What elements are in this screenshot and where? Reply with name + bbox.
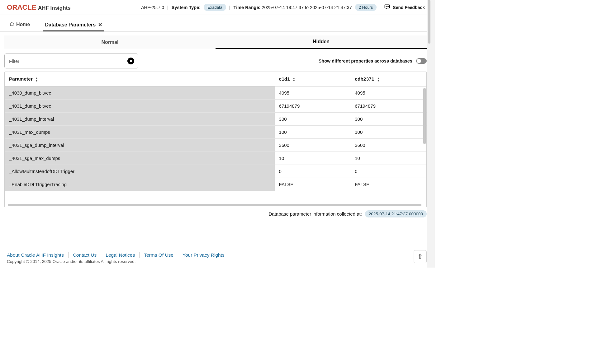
value-cell: 3600 — [350, 139, 426, 152]
sort-icon: ▴▾ — [377, 77, 379, 82]
collected-at-label: Database parameter information collected… — [269, 211, 362, 217]
param-cell: _4031_dump_interval — [5, 113, 275, 126]
param-cell: _4031_dump_bitvec — [5, 100, 275, 113]
table-row: _4031_sga_dump_interval36003600 — [5, 139, 426, 152]
value-cell: 0 — [350, 165, 426, 178]
filter-input[interactable] — [9, 58, 127, 64]
footer-link[interactable]: About Oracle AHF Insights — [7, 252, 69, 258]
footer-link[interactable]: Terms Of Use — [144, 252, 178, 258]
separator: | — [167, 5, 168, 10]
table-row: _EnableDDLTtriggerTracingFALSEFALSE — [5, 178, 426, 191]
tab-home[interactable]: Home — [7, 21, 32, 31]
separator: | — [229, 5, 230, 10]
db-params-table: Parameter ▴▾ c1d1 ▴▾ cdb2371 ▴▾ _4030_du… — [5, 72, 426, 191]
header-meta: AHF-25.7.0 | System Type: Exadata | Time… — [141, 4, 425, 11]
system-type-badge: Exadata — [204, 4, 226, 11]
svg-point-1 — [386, 6, 386, 7]
subtab-normal[interactable]: Normal — [4, 35, 216, 49]
page-vertical-scrollbar[interactable] — [427, 0, 431, 268]
tab-database-parameters[interactable]: Database Parameters ✕ — [43, 22, 104, 31]
value-cell: 300 — [350, 113, 426, 126]
svg-point-3 — [388, 6, 388, 7]
footer-link[interactable]: Contact Us — [73, 252, 102, 258]
copyright: Copyright © 2014, 2025 Oracle and/or its… — [7, 259, 424, 264]
footer-link[interactable]: Your Privacy Rights — [183, 252, 229, 258]
value-cell: 10 — [275, 152, 351, 165]
table-body: _4030_dump_bitvec40954095_4031_dump_bitv… — [5, 86, 426, 191]
col-header-cdb2371[interactable]: cdb2371 ▴▾ — [350, 72, 426, 86]
tab-db-params-label: Database Parameters — [45, 22, 96, 28]
tab-home-label: Home — [16, 22, 30, 27]
clear-filter-icon[interactable]: ✕ — [127, 58, 134, 64]
diff-toggle-label: Show different properties across databas… — [319, 58, 412, 63]
subtab-bar: Normal Hidden — [4, 35, 427, 49]
collected-at-timestamp: 2025-07-14 21:47:37.000000 — [365, 210, 427, 217]
ahf-version: AHF-25.7.0 — [141, 5, 164, 10]
value-cell: 300 — [275, 113, 351, 126]
col-header-c1d1[interactable]: c1d1 ▴▾ — [275, 72, 351, 86]
table-header-row: Parameter ▴▾ c1d1 ▴▾ cdb2371 ▴▾ — [5, 72, 426, 86]
value-cell: 4095 — [275, 86, 351, 100]
col-header-parameter[interactable]: Parameter ▴▾ — [5, 72, 275, 86]
nav-tab-strip: Home Database Parameters ✕ — [0, 15, 431, 32]
collected-at-bar: Database parameter information collected… — [4, 210, 427, 217]
home-icon — [9, 21, 14, 28]
oracle-logo: ORACLE — [7, 3, 36, 12]
footer-links: About Oracle AHF InsightsContact UsLegal… — [7, 252, 424, 258]
table-vertical-scrollbar[interactable] — [423, 88, 426, 144]
close-icon[interactable]: ✕ — [98, 22, 102, 28]
db-params-table-wrap: Parameter ▴▾ c1d1 ▴▾ cdb2371 ▴▾ _4030_du… — [4, 72, 427, 207]
send-feedback-button[interactable]: Send Feedback — [384, 4, 425, 11]
param-cell: _EnableDDLTtriggerTracing — [5, 178, 275, 191]
param-cell: _4030_dump_bitvec — [5, 86, 275, 100]
value-cell: FALSE — [275, 178, 351, 191]
send-feedback-label: Send Feedback — [393, 5, 425, 10]
product-name: AHF Insights — [38, 5, 71, 11]
value-cell: 10 — [350, 152, 426, 165]
value-cell: 67194879 — [350, 100, 426, 113]
table-row: _4031_sga_max_dumps1010 — [5, 152, 426, 165]
value-cell: 3600 — [275, 139, 351, 152]
duration-badge: 2 Hours — [355, 4, 377, 11]
table-row: _4030_dump_bitvec40954095 — [5, 86, 426, 100]
value-cell: 4095 — [350, 86, 426, 100]
footer: About Oracle AHF InsightsContact UsLegal… — [7, 252, 424, 264]
col-header-cdb2371-label: cdb2371 — [355, 76, 374, 82]
param-cell: _4031_sga_dump_interval — [5, 139, 275, 152]
value-cell: 100 — [350, 126, 426, 139]
value-cell: 67194879 — [275, 100, 351, 113]
arrow-up-icon: ⇧ — [417, 253, 423, 261]
subtab-hidden[interactable]: Hidden — [216, 35, 427, 49]
table-row: _4031_dump_interval300300 — [5, 113, 426, 126]
scrollbar-thumb[interactable] — [428, 0, 430, 44]
table-horizontal-scrollbar[interactable] — [8, 204, 421, 206]
top-header: ORACLE AHF Insights AHF-25.7.0 | System … — [0, 0, 431, 15]
diff-toggle-wrap: Show different properties across databas… — [319, 58, 427, 64]
value-cell: FALSE — [350, 178, 426, 191]
col-header-c1d1-label: c1d1 — [279, 76, 290, 82]
sort-icon: ▴▾ — [36, 77, 38, 82]
system-type-label: System Type: — [172, 5, 201, 10]
brand: ORACLE AHF Insights — [7, 3, 71, 12]
diff-toggle-switch[interactable] — [416, 58, 427, 64]
time-range-value: 2025-07-14 19:47:37 to 2025-07-14 21:47:… — [262, 5, 352, 10]
param-cell: _4031_max_dumps — [5, 126, 275, 139]
filter-row: ✕ Show different properties across datab… — [4, 54, 427, 68]
col-header-parameter-label: Parameter — [9, 76, 33, 82]
value-cell: 100 — [275, 126, 351, 139]
value-cell: 0 — [275, 165, 351, 178]
table-row: _4031_dump_bitvec6719487967194879 — [5, 100, 426, 113]
time-range-label: Time Range: — [234, 5, 261, 10]
table-row: _AllowMultInsteadofDDLTrigger00 — [5, 165, 426, 178]
filter-box: ✕ — [4, 54, 138, 68]
param-cell: _4031_sga_max_dumps — [5, 152, 275, 165]
feedback-icon — [384, 4, 390, 11]
param-cell: _AllowMultInsteadofDDLTrigger — [5, 165, 275, 178]
footer-link[interactable]: Legal Notices — [106, 252, 140, 258]
svg-point-2 — [387, 6, 387, 7]
sort-icon: ▴▾ — [293, 77, 295, 82]
scroll-to-top-button[interactable]: ⇧ — [414, 250, 427, 263]
table-row: _4031_max_dumps100100 — [5, 126, 426, 139]
